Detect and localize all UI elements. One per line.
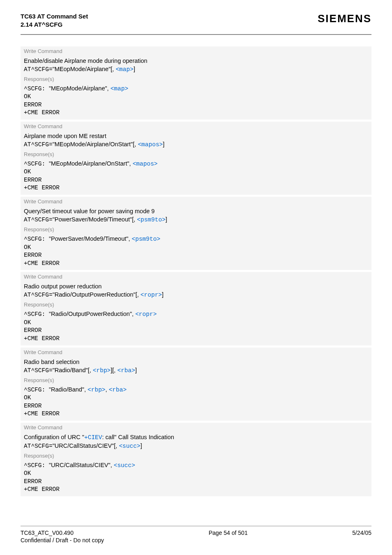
resp-arg: "Radio/Band" [49,386,84,393]
cmd-suffix-post: ] [134,66,135,72]
resp-cme-error: +CME ERROR [24,335,368,343]
resp-param-rba[interactable]: <rba> [109,387,127,393]
cmd-param-rba[interactable]: <rba> [117,367,135,374]
command-syntax: AT^SCFG="Radio/Band"[, <rbp>][, <rba>] [21,367,371,375]
cmd-prefix: AT^SCFG= [24,66,53,73]
resp-cme-error: +CME ERROR [24,109,368,117]
resp-cme-error: +CME ERROR [24,260,368,268]
cmd-suffix-post: ] [141,442,142,449]
responses-label: Response(s) [21,225,371,234]
resp-error: ERROR [24,101,368,109]
resp-ok: OK [24,244,368,252]
resp-sep: , [129,160,133,167]
resp-ok: OK [24,470,368,478]
title-line2: 2.14 AT^SCFG [21,21,88,29]
cmd-param[interactable]: <ropr> [141,292,162,298]
resp-prefix: ^SCFG: [24,236,49,242]
cmd-suffix-post: ] [166,216,167,223]
response-body: ^SCFG: "Radio/Band", <rbp>, <rba> OK ERR… [21,385,371,421]
response-body: ^SCFG: "PowerSaver/Mode9/Timeout", <psm9… [21,234,371,270]
cmd-br2-open: [, [112,367,117,373]
responses-label: Response(s) [21,451,371,461]
footer-page: Page 54 of 501 [104,530,352,543]
resp-arg: "URC/CallStatus/CIEV" [49,462,111,468]
ciev-link[interactable]: +CIEV [84,434,102,441]
command-description: Configuration of URC "+CIEV: call" Call … [21,432,371,442]
command-block: Write CommandQuery/Set timeout value for… [21,197,371,271]
resp-param[interactable]: <psm9to> [132,236,161,242]
resp-sep: , [111,462,114,468]
resp-prefix: ^SCFG: [24,311,49,318]
resp-prefix: ^SCFG: [24,85,49,92]
command-block-radio-band: Write Command Radio band selection AT^SC… [21,348,371,421]
resp-ok: OK [24,93,368,101]
resp-error: ERROR [24,251,368,260]
write-command-label: Write Command [21,272,371,281]
resp-param-rbp[interactable]: <rbp> [88,387,106,393]
cmd-prefix: AT^SCFG= [24,367,53,374]
resp-arg: "PowerSaver/Mode9/Timeout" [49,235,129,242]
cmd-prefix: AT^SCFG= [24,292,53,298]
resp-error: ERROR [24,402,368,410]
cmd-suffix-pre: [, [132,216,137,223]
cmd-prefix: AT^SCFG= [24,443,53,449]
command-description: Enable/disable Airplane mode during oper… [21,56,371,66]
cmd-param-rbp[interactable]: <rbp> [93,367,111,374]
resp-sep: , [132,311,135,317]
resp-error: ERROR [24,478,368,486]
resp-param[interactable]: <map> [111,85,129,92]
responses-label: Response(s) [21,74,371,84]
cmd-suffix-post: ] [163,141,164,147]
command-syntax: AT^SCFG="MEopMode/Airplane"[, <map>] [21,66,371,74]
resp-ok: OK [24,319,368,327]
cmd-suffix-pre: [, [111,66,115,72]
cmd-prefix: AT^SCFG= [24,141,53,148]
response-body: ^SCFG: "MEopMode/Airplane", <map>OKERROR… [21,84,371,120]
resp-ok: OK [24,394,368,402]
cmd-arg: "Radio/OutputPowerReduction" [53,291,136,298]
resp-prefix: ^SCFG: [24,462,49,469]
responses-label: Response(s) [21,300,371,309]
responses-label: Response(s) [21,150,371,159]
resp-arg: "Radio/OutputPowerReduction" [49,311,132,317]
cmd-suffix-pre: [, [114,442,119,449]
command-syntax: AT^SCFG="Radio/OutputPowerReduction"[, <… [21,291,371,300]
cmd-param[interactable]: <map> [115,66,134,73]
cmd-param-succ[interactable]: <succ> [119,443,140,449]
command-syntax: AT^SCFG="URC/CallStatus/CIEV"[, <succ>] [21,442,371,451]
command-syntax: AT^SCFG="PowerSaver/Mode9/Timeout"[, <ps… [21,216,371,225]
resp-cme-error: +CME ERROR [24,184,368,192]
resp-sep: , [107,85,111,92]
resp-param[interactable]: <mapos> [133,161,158,167]
command-description: Airplane mode upon ME restart [21,131,371,141]
resp-arg: "MEopMode/Airplane" [49,85,107,92]
footer-date: 5/24/05 [352,530,371,543]
cmd-br2-close: ] [135,367,137,373]
resp-arg: "MEopMode/Airplane/OnStart" [49,160,129,167]
response-body: ^SCFG: "URC/CallStatus/CIEV", <succ> OK … [21,461,371,496]
responses-label: Response(s) [21,375,371,385]
cmd-arg: "PowerSaver/Mode9/Timeout" [53,216,132,223]
cmd-br1-open: [, [88,367,93,373]
cmd-suffix-pre: [, [133,141,138,147]
write-command-label: Write Command [21,348,371,357]
footer-version: TC63_ATC_V00.490 [21,530,104,536]
command-block: Write CommandRadio output power reductio… [21,272,371,346]
cmd-arg: "MEopMode/Airplane/OnStart" [53,141,133,147]
page-footer: TC63_ATC_V00.490 Confidential / Draft - … [21,526,371,543]
cmd-param[interactable]: <psm9to> [137,216,166,223]
page-header: TC63 AT Command Set 2.14 AT^SCFG SIEMENS [21,12,371,35]
resp-cme-error: +CME ERROR [24,410,368,418]
resp-prefix: ^SCFG: [24,161,49,167]
resp-cme-error: +CME ERROR [24,486,368,494]
command-block-urc: Write Command Configuration of URC "+CIE… [21,423,371,497]
cmd-param[interactable]: <mapos> [138,141,163,148]
resp-param-succ[interactable]: <succ> [114,462,135,469]
command-block: Write CommandEnable/disable Airplane mod… [21,46,371,120]
write-command-label: Write Command [21,122,371,131]
title-line1: TC63 AT Command Set [21,12,88,21]
footer-confidential: Confidential / Draft - Do not copy [21,536,104,543]
write-command-label: Write Command [21,46,371,56]
command-description: Radio band selection [21,357,371,367]
resp-param[interactable]: <ropr> [135,311,157,318]
